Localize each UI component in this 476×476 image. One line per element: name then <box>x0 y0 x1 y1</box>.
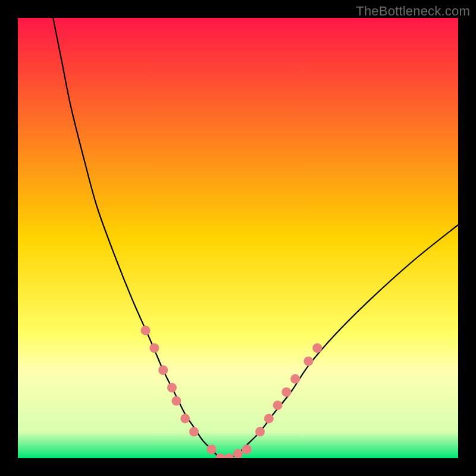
marker-dot <box>167 383 177 393</box>
marker-dot <box>290 374 300 384</box>
marker-dot <box>158 365 168 375</box>
watermark-text: TheBottleneck.com <box>356 4 470 19</box>
chart-frame: TheBottleneck.com <box>0 0 476 476</box>
marker-dot <box>312 343 322 353</box>
marker-dot <box>189 427 199 437</box>
marker-dot <box>171 396 181 406</box>
marker-dot <box>255 427 265 437</box>
marker-dot <box>273 400 283 410</box>
marker-dot <box>264 414 274 423</box>
plot-area <box>18 18 458 458</box>
marker-dot <box>303 356 313 366</box>
marker-dot <box>141 325 151 335</box>
marker-dot <box>242 444 252 454</box>
marker-dot <box>281 387 291 397</box>
gradient-background <box>18 18 458 458</box>
marker-dot <box>180 414 190 423</box>
chart-svg <box>18 18 458 458</box>
marker-dot <box>233 449 243 458</box>
marker-dot <box>207 444 217 454</box>
marker-dot <box>149 343 159 353</box>
